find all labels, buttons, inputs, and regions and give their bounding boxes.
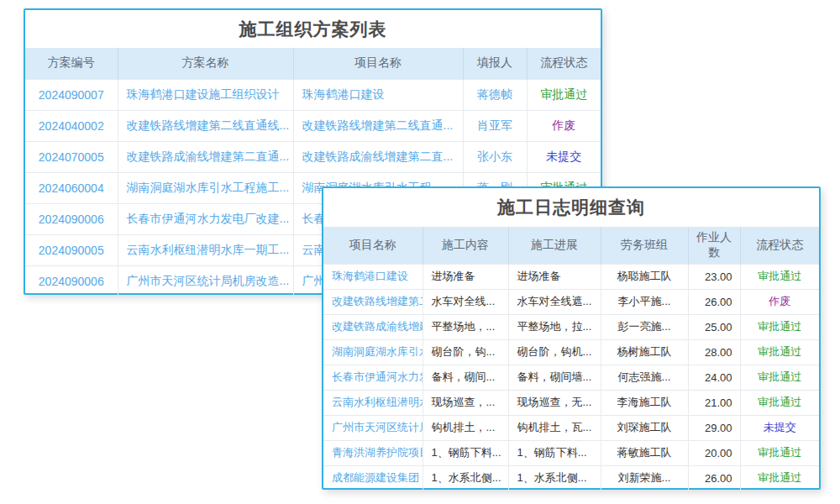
header-row: 方案编号方案名称项目名称填报人流程状态 xyxy=(25,48,601,79)
project-name-cell[interactable]: 改建铁路线增建第二线直通... xyxy=(323,289,423,314)
work-content-cell: 砌台阶，钩... xyxy=(423,339,508,365)
labor-team-cell: 何志强施... xyxy=(601,365,688,390)
plan-id-cell[interactable]: 2024070005 xyxy=(25,141,118,172)
work-progress-cell: 水车对全线遮... xyxy=(508,289,601,314)
plan-id-cell[interactable]: 2024090005 xyxy=(25,234,118,265)
plan-name-column-header: 方案名称 xyxy=(118,48,293,79)
plan-name-cell[interactable]: 广州市天河区统计局机房改造... xyxy=(118,265,293,297)
project-name-column-header: 项目名称 xyxy=(293,48,463,79)
work-content-cell: 1、水系北侧... xyxy=(423,465,508,491)
plan-name-cell[interactable]: 改建铁路成渝线增建第二直通... xyxy=(118,141,293,172)
status-cell: 审批通过 xyxy=(527,79,601,110)
table-row[interactable]: 成都能源建设集团1、水系北侧...1、水系北侧...刘新荣施...26.00审批… xyxy=(323,465,819,491)
plan-id-column-header: 方案编号 xyxy=(25,48,118,79)
project-name-column-header: 项目名称 xyxy=(323,227,423,264)
work-progress-cell: 砌台阶，钩机... xyxy=(508,339,601,365)
status-cell: 审批通过 xyxy=(740,440,819,465)
status-cell: 审批通过 xyxy=(740,465,819,491)
work-content-cell: 钩机排土，... xyxy=(423,415,508,440)
project-name-cell[interactable]: 改建铁路成渝线增建第二直... xyxy=(293,141,463,172)
work-content-cell: 现场巡查，... xyxy=(423,390,508,415)
work-content-cell: 进场准备 xyxy=(423,264,508,289)
work-progress-cell: 1、钢筋下料... xyxy=(508,440,601,465)
work-content-column-header: 施工内容 xyxy=(423,227,508,264)
work-content-cell: 1、钢筋下料... xyxy=(423,440,508,465)
labor-team-cell: 刘琛施工队 xyxy=(601,415,688,440)
table-row[interactable]: 广州市天河区统计局机房...钩机排土，...钩机排土，瓦...刘琛施工队29.0… xyxy=(323,415,819,440)
work-progress-cell: 1、水系北侧... xyxy=(508,465,601,491)
labor-team-cell: 杨聪施工队 xyxy=(601,264,688,289)
work-progress-cell: 现场巡查，无... xyxy=(508,390,601,415)
status-cell: 审批通过 xyxy=(740,264,819,289)
plan-id-cell[interactable]: 2024060004 xyxy=(25,172,118,203)
table-row[interactable]: 青海洪湖养护院项目1、钢筋下料...1、钢筋下料...蒋敏施工队20.00审批通… xyxy=(323,440,819,465)
table-row[interactable]: 2024040002改建铁路线增建第二线直通线...改建铁路线增建第二线直通..… xyxy=(25,110,601,141)
logs-panel: 施工日志明细查询 项目名称施工内容施工进展劳务班组作业人数流程状态 珠海鹤港口建… xyxy=(322,186,821,490)
reporter-cell[interactable]: 蒋德帧 xyxy=(463,79,527,110)
table-row[interactable]: 珠海鹤港口建设进场准备进场准备杨聪施工队23.00审批通过 xyxy=(323,264,819,289)
status-cell: 审批通过 xyxy=(740,390,819,415)
plan-id-cell[interactable]: 2024090006 xyxy=(25,203,118,234)
plan-name-cell[interactable]: 改建铁路线增建第二线直通线... xyxy=(118,110,293,141)
table-row[interactable]: 改建铁路线增建第二线直通...水车对全线...水车对全线遮...李小平施...2… xyxy=(323,289,819,314)
worker-count-cell: 26.00 xyxy=(688,465,740,491)
worker-count-cell: 21.00 xyxy=(688,390,740,415)
labor-team-cell: 李海施工队 xyxy=(601,390,688,415)
plans-panel-title: 施工组织方案列表 xyxy=(25,10,601,48)
project-name-cell[interactable]: 青海洪湖养护院项目 xyxy=(323,440,423,465)
project-name-cell[interactable]: 改建铁路线增建第二线直通... xyxy=(293,110,463,141)
project-name-cell[interactable]: 珠海鹤港口建设 xyxy=(293,79,463,110)
plan-name-cell[interactable]: 长春市伊通河水力发电厂改建... xyxy=(118,203,293,234)
work-content-cell: 水车对全线... xyxy=(423,289,508,314)
work-progress-cell: 备料，砌间墙... xyxy=(508,365,601,390)
worker-count-cell: 24.00 xyxy=(688,365,740,390)
table-row[interactable]: 2024090007珠海鹤港口建设施工组织设计珠海鹤港口建设蒋德帧审批通过 xyxy=(25,79,601,110)
logs-panel-title: 施工日志明细查询 xyxy=(323,188,819,227)
status-cell: 作废 xyxy=(527,110,601,141)
project-name-cell[interactable]: 湖南洞庭湖水库引水工程... xyxy=(323,339,423,365)
plan-id-cell[interactable]: 2024090007 xyxy=(25,79,118,110)
worker-count-cell: 26.00 xyxy=(688,289,740,314)
worker-count-cell: 23.00 xyxy=(688,264,740,289)
work-progress-column-header: 施工进展 xyxy=(508,227,601,264)
logs-table-body: 珠海鹤港口建设进场准备进场准备杨聪施工队23.00审批通过改建铁路线增建第二线直… xyxy=(323,264,819,491)
reporter-cell[interactable]: 肖亚军 xyxy=(463,110,527,141)
worker-count-cell: 29.00 xyxy=(688,415,740,440)
work-progress-cell: 进场准备 xyxy=(508,264,601,289)
labor-team-cell: 杨树施工队 xyxy=(601,339,688,365)
labor-team-cell: 刘新荣施... xyxy=(601,465,688,491)
plan-name-cell[interactable]: 珠海鹤港口建设施工组织设计 xyxy=(118,79,293,110)
project-name-cell[interactable]: 改建铁路成渝线增建第二直... xyxy=(323,314,423,339)
worker-count-cell: 28.00 xyxy=(688,339,740,365)
status-cell: 未提交 xyxy=(527,141,601,172)
project-name-cell[interactable]: 成都能源建设集团 xyxy=(323,465,423,491)
status-cell: 未提交 xyxy=(740,415,819,440)
plans-table-header: 方案编号方案名称项目名称填报人流程状态 xyxy=(25,48,601,79)
reporter-column-header: 填报人 xyxy=(463,48,527,79)
worker-count-column-header: 作业人数 xyxy=(688,227,740,264)
table-row[interactable]: 2024070005改建铁路成渝线增建第二直通...改建铁路成渝线增建第二直..… xyxy=(25,141,601,172)
table-row[interactable]: 长春市伊通河水力发电厂...备料，砌间...备料，砌间墙...何志强施...24… xyxy=(323,365,819,390)
labor-team-column-header: 劳务班组 xyxy=(601,227,688,264)
work-progress-cell: 平整场地，拉... xyxy=(508,314,601,339)
status-column-header: 流程状态 xyxy=(527,48,601,79)
reporter-cell[interactable]: 张小东 xyxy=(463,141,527,172)
status-cell: 作废 xyxy=(740,289,819,314)
table-row[interactable]: 云南水利枢纽潜明水库...现场巡查，...现场巡查，无...李海施工队21.00… xyxy=(323,390,819,415)
status-column-header: 流程状态 xyxy=(740,227,819,264)
header-row: 项目名称施工内容施工进展劳务班组作业人数流程状态 xyxy=(323,227,819,264)
table-row[interactable]: 改建铁路成渝线增建第二直...平整场地，...平整场地，拉...彭一亮施...2… xyxy=(323,314,819,339)
plan-id-cell[interactable]: 2024090006 xyxy=(25,265,118,297)
labor-team-cell: 蒋敏施工队 xyxy=(601,440,688,465)
project-name-cell[interactable]: 长春市伊通河水力发电厂... xyxy=(323,365,423,390)
project-name-cell[interactable]: 广州市天河区统计局机房... xyxy=(323,415,423,440)
plan-name-cell[interactable]: 湖南洞庭湖水库引水工程施工... xyxy=(118,172,293,203)
table-row[interactable]: 湖南洞庭湖水库引水工程...砌台阶，钩...砌台阶，钩机...杨树施工队28.0… xyxy=(323,339,819,365)
worker-count-cell: 25.00 xyxy=(688,314,740,339)
work-progress-cell: 钩机排土，瓦... xyxy=(508,415,601,440)
plan-name-cell[interactable]: 云南水利枢纽潜明水库一期工... xyxy=(118,234,293,265)
project-name-cell[interactable]: 珠海鹤港口建设 xyxy=(323,264,423,289)
plan-id-cell[interactable]: 2024040002 xyxy=(25,110,118,141)
worker-count-cell: 20.00 xyxy=(688,440,740,465)
project-name-cell[interactable]: 云南水利枢纽潜明水库... xyxy=(323,390,423,415)
